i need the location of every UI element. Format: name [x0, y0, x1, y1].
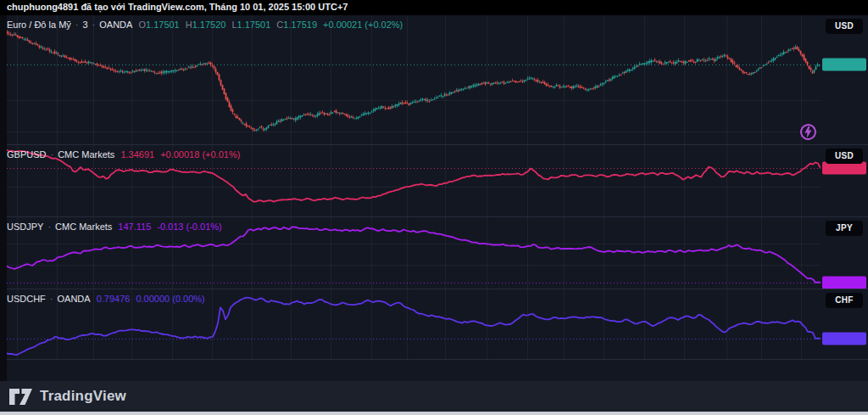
ohlc-item: O1.17501: [138, 20, 179, 30]
tradingview-logo[interactable]: TradingView: [8, 388, 126, 406]
ohlc-value: 1.17519: [283, 20, 317, 30]
last-value: 1.34691: [120, 149, 154, 160]
change-value: -0.013 (-0.01%): [157, 222, 221, 232]
price-scale-usdchf[interactable]: CHF: [821, 289, 868, 359]
legend-separator: ·: [92, 20, 96, 30]
attribution-text: chuphuong4891 đã tạo với TradingView.com…: [7, 2, 348, 12]
bottom-bar: TradingView: [0, 381, 868, 412]
page-edge: [0, 412, 868, 415]
ohlc-item: L1.17501: [231, 20, 270, 30]
source-label: CMC Markets: [58, 149, 114, 160]
last-price-badge: [822, 59, 866, 71]
panel-usdjpy: JPYUSDJPY·CMC Markets147.115-0.013 (-0.0…: [0, 217, 868, 289]
price-scale-eurusd[interactable]: USD: [821, 15, 868, 144]
last-price-badge: [822, 333, 866, 345]
change-value: +0.00018 (+0.01%): [160, 149, 240, 160]
legend-usdjpy: USDJPY·CMC Markets147.115-0.013 (-0.01%): [7, 222, 222, 232]
legend-gbpusd: GBPUSD·CMC Markets1.34691+0.00018 (+0.01…: [7, 149, 240, 160]
series-eurusd: [7, 30, 821, 132]
legend-separator: ·: [50, 294, 53, 304]
currency-badge: CHF: [826, 293, 863, 308]
ohlc-item: C1.17519: [276, 20, 317, 30]
left-gutter: [0, 15, 7, 381]
ohlc-value: 1.17520: [192, 20, 226, 30]
legend-separator: ·: [47, 222, 51, 232]
ohlc-key: O: [138, 20, 146, 30]
panel-eurusd: USDEuro / Đô la Mỹ·3·OANDAO1.17501H1.175…: [0, 15, 868, 145]
interval-label: 3: [82, 20, 87, 30]
price-scale-usdjpy[interactable]: JPY: [821, 217, 868, 289]
symbol-title[interactable]: GBPUSD: [7, 149, 46, 160]
legend-separator: ·: [50, 149, 53, 160]
series-usdchf: [7, 298, 821, 355]
last-value: 147.115: [118, 222, 151, 232]
series-usdjpy: [7, 227, 821, 283]
ohlc-key: H: [186, 20, 192, 30]
last-price-badge: [822, 277, 866, 289]
change-value: +0.00021 (+0.02%): [323, 20, 403, 30]
change-value: 0.00000 (0.00%): [136, 294, 204, 304]
candlestick-chart[interactable]: [0, 15, 821, 145]
lightning-icon: [804, 126, 814, 138]
legend-eurusd: Euro / Đô la Mỹ·3·OANDAO1.17501H1.17520L…: [7, 20, 403, 30]
grid: [0, 15, 821, 145]
ohlc-item: H1.17520: [186, 20, 226, 30]
panel-usdchf: CHFUSDCHF·OANDA0.794760.00000 (0.00%): [0, 289, 868, 360]
source-label: CMC Markets: [55, 222, 112, 232]
price-scale-gbpusd[interactable]: USD: [821, 145, 868, 216]
panel-gbpusd: USDGBPUSD·CMC Markets1.34691+0.00018 (+0…: [0, 145, 868, 217]
ohlc-value: 1.17501: [146, 20, 180, 30]
tradingview-logo-icon: [8, 388, 33, 406]
currency-badge: JPY: [826, 221, 863, 236]
legend-usdchf: USDCHF·OANDA0.794760.00000 (0.00%): [7, 294, 205, 304]
attribution-bar: chuphuong4891 đã tạo với TradingView.com…: [0, 0, 868, 15]
source-label: OANDA: [58, 294, 91, 304]
symbol-title[interactable]: USDCHF: [7, 294, 46, 304]
legend-separator: ·: [75, 20, 79, 30]
ohlc-value: 1.17501: [237, 20, 271, 30]
last-value: 0.79476: [97, 294, 131, 304]
chart-panels: USDEuro / Đô la Mỹ·3·OANDAO1.17501H1.175…: [0, 15, 868, 360]
symbol-title[interactable]: Euro / Đô la Mỹ: [7, 20, 71, 30]
symbol-title[interactable]: USDJPY: [7, 222, 43, 232]
tradingview-widget: chuphuong4891 đã tạo với TradingView.com…: [0, 0, 868, 415]
tradingview-logo-text: TradingView: [40, 388, 126, 405]
currency-badge: USD: [826, 19, 863, 34]
time-axis[interactable]: [0, 360, 868, 381]
currency-badge: USD: [826, 149, 863, 164]
source-label: OANDA: [99, 20, 132, 30]
